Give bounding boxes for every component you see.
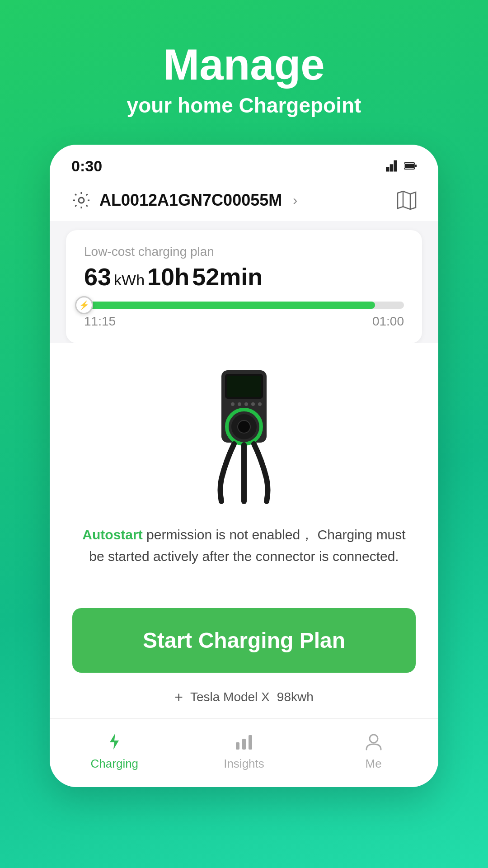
svg-rect-22 (236, 742, 239, 750)
svg-rect-5 (415, 165, 417, 167)
energy-unit: kWh (114, 271, 145, 289)
device-header: AL0012A1GN7C00055M › (50, 179, 438, 221)
svg-point-15 (244, 402, 248, 406)
status-bar: 0:30 (50, 145, 438, 179)
progress-container: ⚡ (84, 302, 404, 309)
svg-rect-23 (242, 739, 246, 750)
device-id: AL0012A1GN7C00055M (99, 191, 282, 210)
header-title: Manage (127, 41, 361, 89)
plan-stats: 63 kWh 10h 52min (84, 263, 404, 291)
svg-point-16 (251, 402, 255, 406)
svg-point-20 (238, 420, 250, 433)
start-button-section: Start Charging Plan (50, 599, 438, 682)
status-time: 0:30 (71, 157, 102, 175)
phone-card: 0:30 AL0012A1GN7C00055M › (50, 145, 438, 787)
svg-point-17 (258, 402, 262, 406)
svg-marker-21 (110, 733, 119, 750)
status-icons (386, 160, 417, 172)
vehicle-battery: 98kwh (277, 690, 314, 704)
svg-point-6 (79, 198, 84, 203)
start-charging-plan-button[interactable]: Start Charging Plan (72, 608, 416, 673)
autostart-message: Autostart permission is not enabled， Cha… (50, 515, 438, 581)
plus-icon: + (174, 689, 183, 706)
gear-icon (71, 190, 91, 210)
chevron-right-icon: › (293, 193, 297, 208)
vehicle-name: Tesla Model X (190, 690, 270, 704)
progress-times: 11:15 01:00 (84, 314, 404, 329)
tab-bar: Charging Insights Me (50, 718, 438, 787)
tab-insights[interactable]: Insights (203, 730, 285, 771)
header: Manage your home Chargepoint (127, 0, 361, 145)
time-hours: 10h (147, 263, 189, 291)
charger-image-section (50, 343, 438, 515)
charger-illustration (199, 361, 289, 506)
tab-insights-label: Insights (224, 757, 264, 771)
progress-bar-bg: ⚡ (84, 302, 404, 309)
svg-marker-2 (394, 160, 398, 172)
svg-point-13 (231, 402, 235, 406)
battery-icon (404, 160, 417, 172)
device-id-section[interactable]: AL0012A1GN7C00055M › (71, 190, 297, 210)
svg-point-25 (370, 735, 378, 743)
plan-label: Low-cost charging plan (84, 245, 404, 259)
charging-plan-card: Low-cost charging plan 63 kWh 10h 52min … (66, 230, 422, 343)
time-minutes: 52min (192, 263, 263, 291)
map-icon[interactable] (397, 190, 417, 210)
svg-marker-0 (386, 167, 389, 172)
header-subtitle: your home Chargepoint (127, 93, 361, 118)
tab-charging[interactable]: Charging (74, 730, 155, 771)
svg-rect-24 (249, 735, 252, 750)
autostart-highlight: Autostart (82, 527, 142, 542)
tab-me-label: Me (366, 757, 382, 771)
svg-point-14 (238, 402, 241, 406)
tab-charging-label: Charging (91, 757, 139, 771)
insights-tab-icon (232, 730, 256, 753)
charging-tab-icon (103, 730, 126, 753)
time-start: 11:15 (84, 314, 116, 329)
svg-rect-12 (227, 376, 261, 397)
bolt-icon: ⚡ (79, 300, 89, 310)
signal-icon (386, 160, 399, 172)
svg-rect-4 (405, 164, 414, 168)
progress-thumb: ⚡ (75, 296, 93, 314)
spacer (50, 581, 438, 599)
me-tab-icon (362, 730, 385, 753)
svg-marker-7 (398, 191, 416, 209)
svg-marker-1 (390, 164, 394, 171)
vehicle-row[interactable]: + Tesla Model X 98kwh (50, 682, 438, 718)
tab-me[interactable]: Me (333, 730, 414, 771)
progress-bar-fill (84, 302, 375, 309)
time-end: 01:00 (372, 314, 404, 329)
energy-value: 63 (84, 263, 111, 291)
